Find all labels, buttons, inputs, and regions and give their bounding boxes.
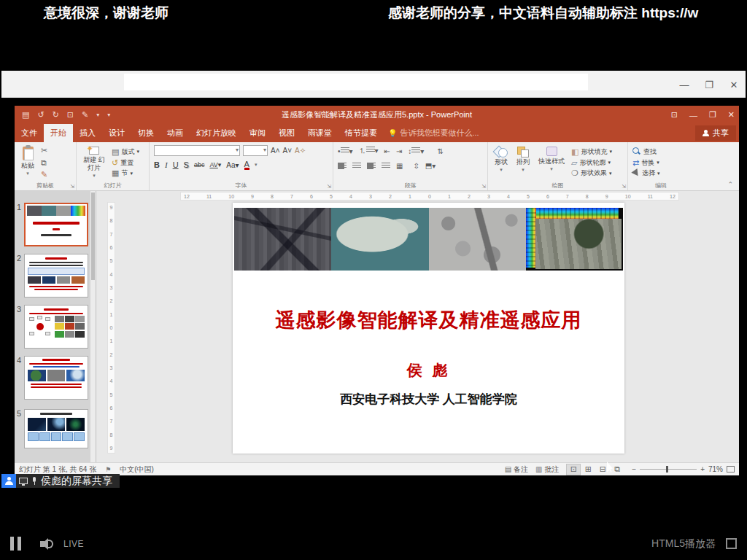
section-button[interactable]: ▦节▾ bbox=[112, 168, 139, 179]
ppt-restore-button[interactable]: ❐ bbox=[709, 110, 716, 120]
change-case-button[interactable]: Aa▾ bbox=[226, 161, 239, 169]
layout-button[interactable]: ▤版式▾ bbox=[112, 147, 139, 158]
shape-effects-button[interactable]: ❍形状效果▾ bbox=[571, 168, 612, 179]
notes-button[interactable]: ▤ 备注 bbox=[505, 464, 528, 475]
qat-dropdown-icon[interactable]: ▾ bbox=[96, 112, 99, 118]
collapse-ribbon-chevron[interactable]: ⌃ bbox=[727, 181, 733, 188]
tab-storyboard[interactable]: 情节提要 bbox=[338, 124, 384, 142]
fullscreen-icon[interactable] bbox=[726, 538, 737, 549]
columns-icon[interactable]: ▦ bbox=[396, 162, 403, 170]
tab-review[interactable]: 审阅 bbox=[243, 124, 272, 142]
outer-minimize-button[interactable]: — bbox=[678, 79, 690, 90]
copy-icon[interactable]: ⧉ bbox=[41, 159, 47, 167]
tab-slideshow[interactable]: 幻灯片放映 bbox=[190, 124, 243, 142]
numbering-icon[interactable]: ⒈▾ bbox=[359, 146, 379, 156]
save-icon[interactable]: ▤ bbox=[22, 110, 29, 120]
clipboard-dialog-launcher[interactable]: ⇲ bbox=[70, 184, 74, 190]
shape-outline-button[interactable]: ▱形状轮廓▾ bbox=[571, 158, 612, 168]
fit-to-window-icon[interactable] bbox=[727, 466, 735, 472]
share-button[interactable]: 共享 bbox=[695, 125, 736, 141]
decrease-indent-icon[interactable]: ⇤ bbox=[384, 147, 390, 155]
comments-button[interactable]: ▥ 批注 bbox=[535, 464, 559, 475]
font-color-button[interactable]: A bbox=[244, 160, 249, 170]
font-dialog-launcher[interactable]: ⇲ bbox=[327, 184, 331, 190]
zoom-percentage[interactable]: 71% bbox=[708, 465, 723, 473]
language-indicator[interactable]: 中文(中国) bbox=[120, 464, 154, 475]
reset-button[interactable]: ↺重置 bbox=[112, 158, 139, 168]
new-slide-button[interactable]: ✷ 新建 幻灯片 ▾ bbox=[81, 145, 107, 180]
tab-rain-classroom[interactable]: 雨课堂 bbox=[301, 124, 338, 142]
smartart-icon[interactable]: ⬒▾ bbox=[425, 162, 436, 170]
find-button[interactable]: 查找 bbox=[632, 147, 689, 158]
ribbon-display-options-icon[interactable]: ⊡ bbox=[671, 110, 678, 120]
pen-mode-icon[interactable]: ✎ bbox=[82, 110, 88, 120]
align-text-icon[interactable]: ⇳ bbox=[413, 162, 419, 170]
slide-thumbnail-5[interactable] bbox=[24, 409, 88, 448]
select-button[interactable]: 选择▾ bbox=[632, 168, 689, 179]
pause-button[interactable] bbox=[10, 537, 21, 551]
align-left-icon[interactable] bbox=[338, 163, 347, 169]
slide-canvas[interactable]: 遥感影像智能解译及精准遥感应用 侯 彪 西安电子科技大学 人工智能学院 bbox=[233, 203, 624, 454]
redo-icon[interactable]: ↻ bbox=[53, 110, 59, 120]
format-painter-icon[interactable]: ✎ bbox=[41, 171, 47, 179]
font-size-combo[interactable] bbox=[243, 145, 268, 156]
slideshow-view-button[interactable]: ⧉ bbox=[610, 464, 624, 475]
slide-thumbnail-3[interactable] bbox=[24, 305, 88, 349]
line-spacing-icon[interactable]: ↕▾ bbox=[408, 147, 424, 155]
normal-view-button[interactable]: ⊡ bbox=[566, 464, 581, 475]
align-right-icon[interactable] bbox=[367, 163, 376, 169]
drawing-dialog-launcher[interactable]: ⇲ bbox=[622, 184, 626, 190]
ppt-minimize-button[interactable]: — bbox=[689, 111, 697, 120]
undo-icon[interactable]: ↺ bbox=[37, 110, 44, 120]
zoom-in-button[interactable]: + bbox=[700, 465, 705, 473]
ppt-close-button[interactable]: ✕ bbox=[728, 110, 735, 120]
zoom-slider[interactable] bbox=[640, 469, 697, 470]
danmaku-comment-left: 意境很深，谢谢老师 bbox=[44, 4, 169, 23]
tab-home[interactable]: 开始 bbox=[44, 124, 73, 142]
thumbnail-scrollbar[interactable] bbox=[90, 191, 96, 462]
zoom-out-button[interactable]: − bbox=[632, 465, 636, 473]
quick-styles-button[interactable]: 快速样式▾ bbox=[536, 145, 567, 180]
tab-design[interactable]: 设计 bbox=[102, 124, 131, 142]
outer-close-button[interactable]: ✕ bbox=[728, 79, 740, 90]
outer-maximize-button[interactable]: ❐ bbox=[703, 79, 715, 90]
bold-button[interactable]: B bbox=[154, 160, 160, 169]
text-shadow-button[interactable]: S bbox=[184, 160, 189, 169]
bullets-icon[interactable]: •▾ bbox=[338, 147, 353, 155]
italic-button[interactable]: I bbox=[165, 160, 168, 169]
increase-indent-icon[interactable]: ⇥ bbox=[396, 147, 402, 155]
start-slideshow-icon[interactable]: ⊡ bbox=[67, 110, 74, 120]
slide-thumbnail-1[interactable] bbox=[24, 203, 88, 246]
spellcheck-flag-icon[interactable]: ⚑ bbox=[105, 466, 111, 473]
tab-file[interactable]: 文件 bbox=[15, 124, 44, 142]
tab-view[interactable]: 视图 bbox=[272, 124, 301, 142]
shapes-button[interactable]: 形状▾ bbox=[492, 145, 510, 180]
underline-button[interactable]: U bbox=[173, 160, 179, 169]
font-name-combo[interactable] bbox=[154, 145, 240, 156]
justify-icon[interactable] bbox=[382, 163, 390, 169]
cut-icon[interactable]: ✂ bbox=[41, 147, 47, 155]
volume-icon[interactable] bbox=[40, 537, 55, 551]
slide-title: 遥感影像智能解译及精准遥感应用 bbox=[233, 307, 624, 333]
text-direction-icon[interactable]: ⇅ bbox=[437, 147, 443, 155]
tab-animations[interactable]: 动画 bbox=[160, 124, 190, 142]
shape-fill-button[interactable]: ◧形状填充▾ bbox=[571, 147, 612, 158]
slide-thumbnail-2[interactable] bbox=[24, 254, 88, 298]
zoom-slider-thumb[interactable] bbox=[666, 466, 668, 472]
slide-thumbnail-4[interactable] bbox=[24, 356, 88, 400]
arrange-button[interactable]: 排列▾ bbox=[514, 145, 532, 180]
tab-transitions[interactable]: 切换 bbox=[131, 124, 160, 142]
strikethrough-button[interactable]: abc bbox=[194, 161, 205, 168]
slide-sorter-view-button[interactable]: ⊞ bbox=[581, 464, 595, 475]
tell-me-box[interactable]: 💡 告诉我您想要做什么... bbox=[384, 124, 479, 142]
align-center-icon[interactable] bbox=[352, 163, 361, 169]
character-spacing-button[interactable]: AV▾ bbox=[209, 161, 221, 168]
replace-button[interactable]: ⇄替换▾ bbox=[632, 158, 689, 168]
paragraph-dialog-launcher[interactable]: ⇲ bbox=[481, 184, 486, 190]
shrink-font-icon[interactable]: A˅ bbox=[283, 147, 293, 155]
paste-button[interactable]: 粘贴 ▾ bbox=[19, 145, 36, 180]
clear-format-icon[interactable]: A✧ bbox=[295, 147, 306, 155]
qat-customize-icon[interactable]: ▾ bbox=[107, 112, 110, 118]
tab-insert[interactable]: 插入 bbox=[73, 124, 102, 142]
grow-font-icon[interactable]: A˄ bbox=[271, 147, 280, 155]
